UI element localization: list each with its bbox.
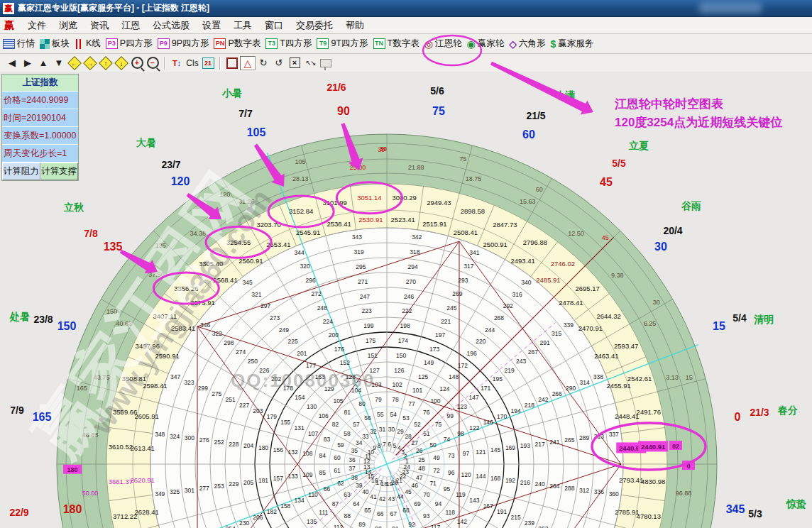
diamond-right-icon[interactable]: → [82,56,98,70]
nav-left-icon[interactable]: ◀ [4,56,20,70]
toolbar-item-hexagon[interactable]: ◇六角形 [509,38,545,50]
toolbar-item-t-square[interactable]: T3T四方形 [265,38,312,50]
toolbar-separator [164,57,165,70]
toolbar-separator [219,57,221,70]
toolbar-item-t-square-label: T四方形 [280,38,312,50]
toolbar-item-9p-square-label: 9P四方形 [172,38,209,50]
t-updown-icon[interactable]: T↕ [169,56,185,70]
toolbar-item-p-table-label: P数字表 [228,38,260,50]
grid-icon [3,39,15,49]
zoom-out-icon[interactable]: − [145,56,160,70]
panel-row-1[interactable]: 时间=20190104 [2,109,78,127]
toolbar-item-t-table-icon: TN [373,38,385,49]
toolbar-item-p-square-label: P四方形 [120,38,153,50]
cls-button[interactable]: Cls [185,56,200,70]
chart-area[interactable] [0,72,812,528]
toolbar-item-winner-wheel-label: 赢家轮 [478,38,505,50]
toolbar-item-p-table-icon: PN [214,38,226,49]
rotate-ccw-icon[interactable]: ↺ [271,56,287,70]
menu-logo-icon: 赢 [4,19,14,32]
toolbar-item-t-table-label: T数字表 [388,38,419,50]
menu-item-1[interactable]: 浏览 [53,18,84,33]
toolbar-item-gann-wheel[interactable]: ◎江恩轮 [424,38,462,50]
menu-item-5[interactable]: 设置 [196,18,227,33]
toolbar-item-p-square-icon: P3 [106,38,118,49]
toolbar-item-service-label: 赢家服务 [558,38,593,50]
toolbar-item-quotes[interactable]: 行情 [3,38,35,50]
toolbar-item-9p-square[interactable]: P99P四方形 [158,38,209,50]
menu-item-8[interactable]: 交易委托 [290,18,339,33]
calc-support-button[interactable]: 计算支撑 [40,163,79,180]
toolbar-item-t-square-icon: T3 [265,38,278,49]
triangle-tool-icon[interactable]: △ [240,56,256,70]
toolbar-item-9t-square-label: 9T四方形 [331,38,368,50]
panel-row-0[interactable]: 价格=2440.9099 [2,92,78,109]
cursor-down-icon[interactable]: ▼ [51,56,67,70]
menu-item-7[interactable]: 窗口 [258,18,290,33]
cursor-up-icon[interactable]: ▲ [35,56,51,70]
toolbar-item-kline-label: K线 [86,38,101,50]
calc-resistance-button[interactable]: 计算阻力 [2,163,40,180]
menu-item-9[interactable]: 帮助 [339,18,371,33]
dollar-icon: $ [550,38,556,50]
diamond-up-icon[interactable]: ↑ [98,56,114,70]
menu-item-6[interactable]: 工具 [227,18,258,33]
app-logo-icon: 赢 [3,3,14,14]
application-window: 赢 赢家江恩专业版[赢家服务平台] - [上证指数 江恩轮] 赢 文件浏览资讯江… [0,0,812,528]
toolbar-item-winner-wheel[interactable]: ◉赢家轮 [466,38,504,50]
scale-icon[interactable]: ↖↘ [302,56,318,70]
toolbar-item-gann-wheel-label: 江恩轮 [435,38,462,50]
toolbar-item-9p-square-icon: P9 [158,38,170,49]
index-info-panel: 上证指数 价格=2440.9099时间=20190104变换系数=1.00000… [1,74,79,181]
window-controls-blur [698,2,762,13]
kline-icon [75,39,84,49]
calendar-icon[interactable]: 21 [200,56,216,70]
nav-right-icon[interactable]: ▶ [20,56,35,70]
main-toolbar: 行情板块K线P3P四方形P99P四方形PNP数字表T3T四方形T99T四方形TN… [0,34,812,54]
hex-icon: ◇ [509,39,517,49]
rotate-cw-icon[interactable]: ↻ [256,56,271,70]
toolbar-item-sectors-label: 板块 [52,38,70,50]
toolbar-item-quotes-label: 行情 [17,38,35,50]
menu-item-0[interactable]: 文件 [21,18,53,33]
board-icon[interactable] [318,56,334,70]
toolbar-item-sectors[interactable]: 板块 [40,38,70,50]
toolbar-item-service[interactable]: $赢家服务 [550,38,593,50]
toolbar-item-hexagon-label: 六角形 [519,38,546,50]
window-title: 赢家江恩专业版[赢家服务平台] - [上证指数 江恩轮] [18,2,209,14]
xbox-icon[interactable]: × [287,56,302,70]
diamond-down-icon[interactable]: ↓ [114,56,129,70]
titlebar[interactable]: 赢 赢家江恩专业版[赢家服务平台] - [上证指数 江恩轮] [0,0,812,17]
toolbar-item-kline[interactable]: K线 [75,38,101,50]
menu-item-3[interactable]: 江恩 [115,18,146,33]
toolbar-item-9t-square-icon: T9 [317,38,329,49]
toolbar-item-p-square[interactable]: P3P四方形 [106,38,153,50]
panel-row-3[interactable]: 周天变化步长=1 [2,145,78,163]
wheel1-icon: ◎ [424,39,433,49]
rect-tool-icon[interactable] [224,56,240,70]
drawing-toolbar: ◀▶▲▼←→↑↓+−T↕Cls21△↻↺×↖↘ [0,54,812,72]
wheel2-icon: ◉ [466,39,475,49]
toolbar-item-9t-square[interactable]: T99T四方形 [317,38,368,50]
index-name: 上证指数 [2,75,78,92]
toolbar-item-t-table[interactable]: TNT数字表 [373,38,419,50]
blocks-icon [40,39,50,49]
diamond-left-icon[interactable]: ← [67,56,82,70]
menu-item-2[interactable]: 资讯 [84,18,115,33]
zoom-in-icon[interactable]: + [129,56,145,70]
menubar: 赢 文件浏览资讯江恩公式选股设置工具窗口交易委托帮助 [0,17,812,34]
menu-item-4[interactable]: 公式选股 [146,18,196,33]
toolbar-item-p-table[interactable]: PNP数字表 [214,38,260,50]
panel-row-2[interactable]: 变换系数=1.00000 [2,127,78,145]
